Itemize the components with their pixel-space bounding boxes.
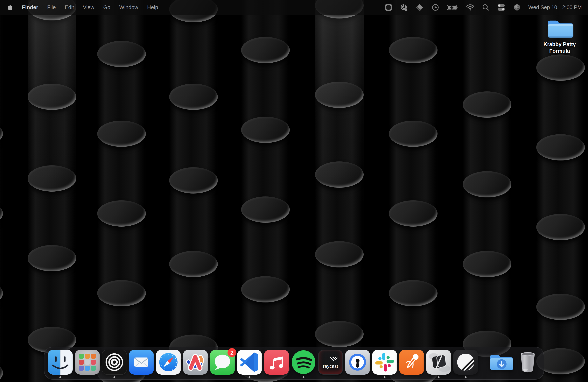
dock-item-finder[interactable]	[48, 350, 73, 375]
gray-cards-icon	[426, 350, 451, 375]
wallpaper-cylinder-cap	[28, 245, 76, 271]
dock-item-slack[interactable]	[372, 350, 397, 375]
running-indicator	[60, 376, 61, 378]
wallpaper-cylinder-cap	[169, 167, 218, 193]
wallpaper-cylinder-column	[241, 0, 290, 382]
vscode-icon	[237, 350, 262, 375]
wallpaper-cylinder-cap	[389, 280, 438, 306]
dock-item-1password[interactable]	[345, 350, 370, 375]
arc-browser-icon	[183, 350, 208, 375]
dock-item-raycast[interactable]: raycast	[318, 350, 343, 375]
mail-icon	[129, 350, 154, 375]
wallpaper-cylinder-cap	[536, 134, 585, 160]
menu-help[interactable]: Help	[143, 4, 163, 11]
menu-go[interactable]: Go	[99, 4, 115, 11]
wallpaper-cylinder-cap	[536, 294, 585, 320]
wallpaper-cylinder-cap	[536, 54, 585, 81]
apple-music-icon	[264, 350, 289, 375]
menu-bar-date: Wed Sep 10	[528, 4, 557, 11]
menu-bar-time: 2:00 PM	[562, 4, 582, 11]
wallpaper-cylinder-cap	[241, 37, 290, 63]
wallpaper-cylinder-cap	[0, 200, 3, 227]
wallpaper-cylinder-column	[0, 0, 3, 382]
wallpaper-cylinder-cap	[389, 37, 438, 63]
dock-item-vscode[interactable]	[237, 350, 262, 375]
1password-icon	[345, 350, 370, 375]
wallpaper-cylinder-cap	[315, 321, 364, 347]
wallpaper-cylinder-column	[169, 0, 218, 382]
running-indicator	[465, 376, 467, 378]
dock-item-safari[interactable]	[156, 350, 181, 375]
dock-item-spotify[interactable]	[291, 350, 316, 375]
dock-item-downloads[interactable]	[488, 350, 513, 375]
dock-item-mail[interactable]	[129, 350, 154, 375]
trash-icon	[515, 350, 540, 375]
dock-item-postman[interactable]	[399, 350, 424, 375]
menu-edit[interactable]: Edit	[60, 4, 78, 11]
wallpaper-cylinder-cap	[389, 200, 438, 227]
wallpaper-cylinder-cap	[389, 121, 438, 147]
running-indicator	[114, 376, 115, 378]
wifi-icon[interactable]	[466, 3, 475, 12]
apple-menu[interactable]	[7, 4, 18, 11]
running-indicator	[384, 376, 386, 378]
running-indicator	[303, 376, 304, 378]
wallpaper-cylinder-cap	[28, 84, 76, 110]
raycast-stripes-status-icon[interactable]	[416, 3, 424, 12]
wallpaper-cylinder-column	[97, 0, 146, 382]
wallpaper-cylinder-cap	[28, 165, 76, 191]
wallpaper-cylinder-cap	[463, 251, 511, 277]
menu-view[interactable]: View	[78, 4, 99, 11]
postman-icon	[399, 350, 424, 375]
folder-icon	[546, 18, 573, 40]
menu-bar-clock[interactable]: Wed Sep 10 2:00 PM	[528, 4, 582, 11]
control-center-icon[interactable]	[497, 3, 506, 12]
play-circle-status-icon[interactable]	[431, 3, 440, 12]
power-lock-status-icon[interactable]	[399, 3, 409, 12]
wallpaper-cylinder-cap	[97, 200, 146, 227]
safari-icon	[156, 350, 181, 375]
siri-icon[interactable]	[513, 3, 521, 12]
menu-finder[interactable]: Finder	[18, 4, 43, 11]
apple-logo-icon	[7, 4, 13, 11]
wallpaper-cylinder-cap	[315, 82, 364, 108]
raycast-icon: raycast	[318, 350, 343, 375]
slack-icon	[372, 350, 397, 375]
dock-item-music[interactable]	[264, 350, 289, 375]
spotlight-search-icon[interactable]	[482, 3, 490, 12]
starburst-app-status-icon[interactable]	[384, 3, 393, 12]
concentric-rings-icon	[102, 350, 127, 375]
folder-label: Krabby Patty Formula	[542, 41, 577, 54]
notification-badge: 2	[228, 348, 236, 357]
dock-item-gray-cards[interactable]	[426, 350, 451, 375]
wallpaper-cylinder-cap	[536, 214, 585, 240]
desktop-folder-krabby-patty[interactable]: Krabby Patty Formula	[539, 18, 580, 54]
dock-item-launchpad[interactable]	[75, 350, 100, 375]
wallpaper	[0, 0, 588, 382]
dock-item-rings-app[interactable]	[102, 350, 127, 375]
dock-item-linear[interactable]	[453, 350, 478, 375]
battery-icon[interactable]	[447, 3, 459, 12]
wallpaper-cylinder-cap	[0, 360, 3, 382]
running-indicator	[249, 376, 251, 378]
wallpaper-cylinder-cap	[241, 117, 290, 143]
menu-window[interactable]: Window	[115, 4, 143, 11]
wallpaper-cylinder-cap	[463, 171, 511, 197]
wallpaper-cylinder-cap	[97, 280, 146, 306]
wallpaper-cylinder-cap	[0, 121, 3, 147]
wallpaper-cylinder-cap	[241, 276, 290, 302]
raycast-glyph-icon	[329, 352, 339, 361]
wallpaper-cylinder-column	[536, 0, 585, 382]
dock-item-trash[interactable]	[515, 350, 540, 375]
dock-item-messages[interactable]: 2	[210, 350, 235, 375]
wallpaper-cylinder-cap	[97, 41, 146, 67]
menu-file[interactable]: File	[43, 4, 60, 11]
wallpaper-cylinder-cap	[463, 91, 511, 118]
linear-icon	[453, 350, 478, 375]
dock-item-arc[interactable]	[183, 350, 208, 375]
wallpaper-cylinder-cap	[169, 251, 218, 277]
running-indicator	[438, 376, 440, 378]
raycast-icon-label: raycast	[319, 364, 342, 369]
spotify-icon	[291, 350, 316, 375]
finder-icon	[48, 350, 73, 375]
